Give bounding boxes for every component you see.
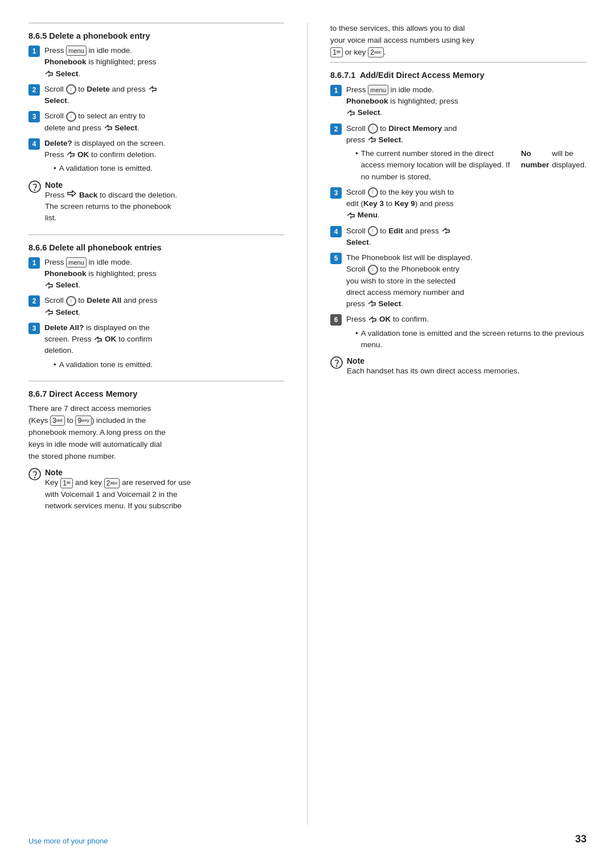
step-content-866-2: Scroll to Delete All and press Select. (44, 295, 284, 318)
step-num-8671-5: 5 (330, 253, 342, 264)
section-divider-866 (28, 235, 284, 235)
right-column: to these services, this allows you to di… (308, 23, 587, 825)
step-content-8671-4: Scroll to Edit and press Select. (346, 225, 587, 249)
scroll-icon-8671-2 (368, 124, 378, 134)
section-8671: 8.6.7.1 Add/Edit Direct Access Memory 1 … (330, 71, 587, 377)
footer-page-number: 33 (575, 833, 587, 845)
step-866-1: 1 Press menu in idle mode. Phonebook is … (28, 257, 284, 291)
scroll-icon-866-2 (66, 296, 76, 306)
step-content-8671-6: Press OK to confirm. A validation tone i… (346, 314, 587, 351)
select-softkey-3 (104, 124, 113, 132)
step-865-2: 2 Scroll to Delete and press Select. (28, 84, 284, 107)
step-8671-6: 6 Press OK to confirm. A validation tone… (330, 314, 587, 351)
bullet-865-4: A validation tone is emitted. (54, 163, 284, 174)
section-866-title: 8.6.6 Delete all phonebook entries (28, 243, 284, 252)
note-label-8671: Note (347, 356, 519, 365)
note-content-8671: Note Each handset has its own direct acc… (347, 356, 519, 377)
step-8671-5: 5 The Phonebook list will be displayed. … (330, 252, 587, 310)
select-softkey-8671-6 (368, 316, 377, 324)
step-866-3: 3 Delete All? is displayed on the screen… (28, 322, 284, 371)
section-866: 8.6.6 Delete all phonebook entries 1 Pre… (28, 243, 284, 371)
note-text-865: Press Back to discard the deletion. The … (45, 190, 177, 224)
scroll-icon-8671-3 (368, 187, 378, 198)
scroll-icon-8671-4 (368, 226, 378, 236)
select-softkey (44, 70, 54, 78)
select-softkey-866-3 (93, 336, 102, 344)
note-box-865: Note Press Back to discard the deletion.… (28, 180, 284, 224)
select-softkey-8671 (346, 109, 355, 117)
right-top-text: to these services, this allows you to di… (330, 23, 587, 59)
note-icon-867 (28, 468, 41, 480)
step-list-866: 1 Press menu in idle mode. Phonebook is … (28, 257, 284, 371)
page-footer: Use more of your phone 33 (28, 825, 587, 845)
select-softkey-4 (66, 151, 75, 159)
step-num-8671-4: 4 (330, 226, 342, 237)
step-num-865-3: 3 (28, 111, 40, 122)
bullet-8671-2: The current number stored in the direct … (355, 148, 587, 183)
note-icon-865 (28, 180, 41, 193)
step-content-865-1: Press menu in idle mode. Phonebook is hi… (44, 45, 284, 80)
step-num-865-2: 2 (28, 84, 40, 96)
key-2-right: 2abc (368, 47, 384, 57)
step-list-865: 1 Press menu in idle mode. Phonebook is … (28, 45, 284, 175)
scroll-icon-8671-5 (368, 265, 378, 275)
step-content-865-4: Delete? is displayed on the screen. Pres… (44, 138, 284, 175)
section-867-intro: There are 7 direct access memories (Keys… (28, 403, 284, 463)
section-8671-num: 8.6.7.1 (330, 71, 355, 80)
step-content-8671-2: Scroll to Direct Memory and press Select… (346, 123, 587, 183)
section-865-title: 8.6.5 Delete a phonebook entry (28, 31, 284, 40)
step-8671-4: 4 Scroll to Edit and press Select. (330, 225, 587, 249)
scroll-icon-3 (66, 112, 76, 122)
key-1-right: 1✉ (330, 47, 343, 57)
svg-point-1 (34, 189, 35, 190)
step-num-865-4: 4 (28, 138, 40, 150)
step-num-866-2: 2 (28, 295, 40, 307)
note-text-867: Key 1✉ and key 2abc are reserved for use… (45, 477, 191, 512)
section-8671-name: Add/Edit Direct Access Memory (360, 71, 485, 80)
svg-point-4 (34, 477, 35, 478)
step-num-866-1: 1 (28, 257, 40, 269)
svg-marker-2 (68, 191, 76, 196)
select-softkey-2 (148, 85, 157, 93)
step-865-1: 1 Press menu in idle mode. Phonebook is … (28, 45, 284, 80)
section-divider-8671 (330, 62, 587, 63)
step-865-4: 4 Delete? is displayed on the screen. Pr… (28, 138, 284, 175)
scroll-icon (66, 84, 76, 94)
step-content-8671-3: Scroll to the key you wish to edit (Key … (346, 187, 587, 221)
note-box-8671: Note Each handset has its own direct acc… (330, 356, 587, 377)
step-8671-3: 3 Scroll to the key you wish to edit (Ke… (330, 187, 587, 221)
step-content-865-3: Scroll to select an entry to delete and … (44, 110, 284, 134)
step-num-865-1: 1 (28, 46, 40, 57)
key-3: 3del (50, 416, 64, 426)
select-softkey-8671-3 (346, 212, 355, 220)
menu-key-8671: menu (368, 85, 388, 95)
svg-point-6 (336, 365, 337, 367)
section-867-title: 8.6.7 Direct Access Memory (28, 389, 284, 398)
step-866-2: 2 Scroll to Delete All and press Select. (28, 295, 284, 318)
select-softkey-866-2 (44, 308, 54, 316)
menu-key-866: menu (66, 257, 87, 268)
step-8671-2: 2 Scroll to Direct Memory and press Sele… (330, 123, 587, 183)
step-content-866-3: Delete All? is displayed on the screen. … (44, 322, 284, 371)
step-num-8671-2: 2 (330, 124, 342, 135)
key-9: 9wxy (75, 416, 91, 426)
step-865-3: 3 Scroll to select an entry to delete an… (28, 110, 284, 134)
note-content-867: Note Key 1✉ and key 2abc are reserved fo… (45, 468, 191, 512)
step-num-8671-3: 3 (330, 187, 342, 199)
step-num-8671-6: 6 (330, 314, 342, 326)
section-867: 8.6.7 Direct Access Memory There are 7 d… (28, 389, 284, 512)
note-content-865: Note Press Back to discard the deletion.… (45, 180, 177, 224)
note-box-867: Note Key 1✉ and key 2abc are reserved fo… (28, 468, 284, 512)
step-content-8671-5: The Phonebook list will be displayed. Sc… (346, 252, 587, 310)
key-2-abc: 2abc (104, 478, 120, 488)
left-column: 8.6.5 Delete a phonebook entry 1 Press m… (28, 23, 308, 825)
select-softkey-8671-2 (367, 136, 376, 144)
step-content-865-2: Scroll to Delete and press Select. (44, 84, 284, 107)
select-softkey-8671-5 (367, 300, 376, 308)
note-label-865: Note (45, 180, 177, 190)
two-column-layout: 8.6.5 Delete a phonebook entry 1 Press m… (28, 23, 587, 825)
step-num-8671-1: 1 (330, 85, 342, 96)
step-content-866-1: Press menu in idle mode. Phonebook is hi… (44, 257, 284, 291)
page: 8.6.5 Delete a phonebook entry 1 Press m… (0, 0, 615, 868)
step-8671-1: 1 Press menu in idle mode. Phonebook is … (330, 84, 587, 119)
